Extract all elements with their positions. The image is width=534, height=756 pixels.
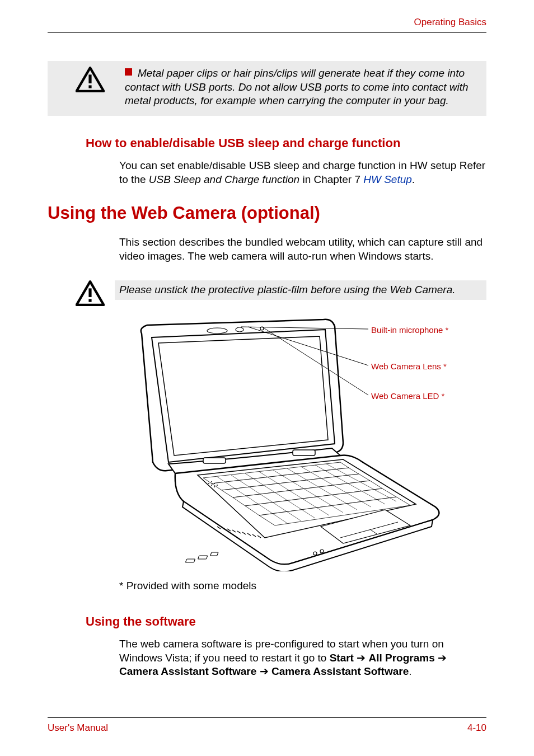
warning-icon bbox=[48, 280, 105, 308]
warning-box-film: Please unstick the protective plastic-fi… bbox=[48, 280, 486, 308]
footer-rule bbox=[48, 717, 486, 718]
svg-point-25 bbox=[208, 483, 209, 484]
svg-point-26 bbox=[211, 485, 212, 486]
svg-point-22 bbox=[211, 481, 212, 482]
warning-text-film: Please unstick the protective plastic-fi… bbox=[115, 280, 486, 300]
warning-icon bbox=[48, 67, 105, 95]
warning-box-usb: Metal paper clips or hair pins/clips wil… bbox=[48, 61, 486, 116]
footer-manual-label: User's Manual bbox=[48, 722, 108, 734]
warning-text-usb: Metal paper clips or hair pins/clips wil… bbox=[115, 67, 480, 108]
header-section-title: Operating Basics bbox=[48, 17, 486, 28]
heading-usb-sleep: How to enable/disable USB sleep and char… bbox=[86, 136, 486, 151]
laptop-diagram: Built-in microphone * Web Camera Lens * … bbox=[119, 314, 486, 571]
link-hw-setup[interactable]: HW Setup bbox=[363, 173, 412, 185]
svg-point-23 bbox=[214, 483, 215, 484]
svg-rect-9 bbox=[203, 458, 226, 463]
callout-microphone: Built-in microphone * bbox=[371, 325, 448, 335]
bullet-icon bbox=[125, 68, 132, 76]
footer-page-number: 4-10 bbox=[467, 722, 486, 734]
body-webcam-intro: This section describes the bundled webca… bbox=[119, 236, 486, 263]
diagram-footnote: * Provided with some models bbox=[119, 580, 486, 592]
body-software: The web camera software is pre-configure… bbox=[119, 637, 486, 679]
body-usb-sleep: You can set enable/disable USB sleep and… bbox=[119, 159, 486, 186]
svg-rect-1 bbox=[88, 74, 91, 83]
header-rule bbox=[48, 32, 486, 33]
svg-rect-4 bbox=[88, 288, 91, 297]
svg-point-27 bbox=[214, 486, 215, 487]
svg-rect-28 bbox=[185, 559, 195, 562]
svg-rect-10 bbox=[293, 450, 315, 456]
svg-rect-30 bbox=[210, 552, 218, 556]
svg-point-24 bbox=[217, 485, 218, 486]
callout-lens: Web Camera Lens * bbox=[371, 361, 447, 371]
callout-led: Web Camera LED * bbox=[371, 391, 444, 401]
heading-software: Using the software bbox=[86, 614, 486, 629]
svg-rect-5 bbox=[88, 299, 91, 302]
heading-webcam: Using the Web Camera (optional) bbox=[48, 203, 486, 223]
laptop-illustration bbox=[119, 314, 489, 571]
svg-point-32 bbox=[320, 550, 324, 553]
page-footer: User's Manual 4-10 bbox=[48, 717, 486, 734]
svg-rect-29 bbox=[198, 556, 208, 559]
svg-rect-2 bbox=[88, 85, 91, 88]
svg-point-31 bbox=[313, 552, 317, 555]
